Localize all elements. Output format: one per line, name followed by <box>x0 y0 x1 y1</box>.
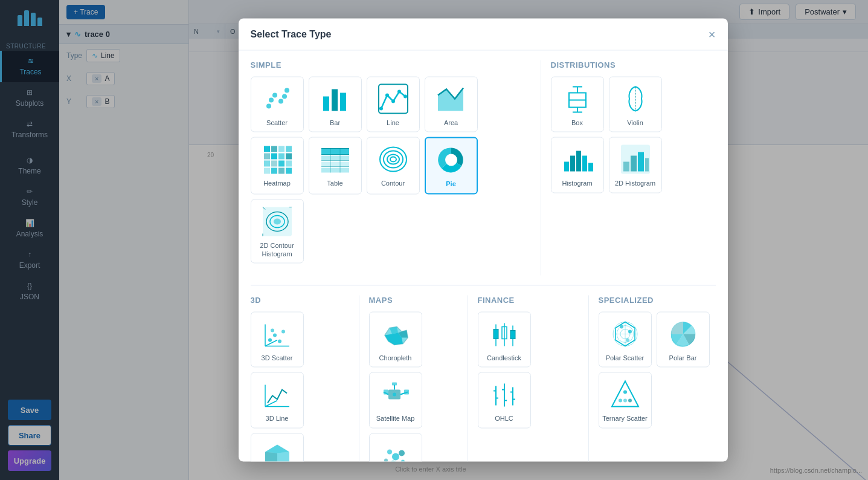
table-label: Table <box>327 179 342 187</box>
line-label: Line <box>387 118 399 127</box>
scatter-icon <box>262 83 293 115</box>
svg-line-92 <box>265 401 277 407</box>
svg-marker-96 <box>277 452 289 461</box>
trace-type-3d-surface[interactable]: 3D Surface <box>251 433 304 461</box>
trace-type-scatter[interactable]: Scatter <box>251 77 304 132</box>
trace-type-pie[interactable]: Pie <box>425 137 478 194</box>
contour-label: Contour <box>381 179 405 187</box>
svg-point-151 <box>619 399 622 403</box>
svg-point-88 <box>281 330 285 334</box>
svg-rect-17 <box>332 89 338 111</box>
heatmap-icon <box>262 144 293 175</box>
svg-rect-38 <box>264 168 270 174</box>
svg-rect-115 <box>384 390 388 395</box>
svg-point-11 <box>272 93 277 98</box>
svg-point-118 <box>392 453 399 460</box>
svg-rect-35 <box>271 161 277 167</box>
modal-close-button[interactable]: × <box>709 28 716 41</box>
svg-rect-80 <box>638 152 644 172</box>
trace-type-ohlc[interactable]: OHLC <box>478 372 531 428</box>
svg-rect-30 <box>264 154 270 160</box>
svg-rect-78 <box>623 162 629 172</box>
area-label: Area <box>444 118 458 127</box>
2d-contour-histogram-icon <box>262 206 293 237</box>
svg-rect-45 <box>321 168 349 173</box>
svg-point-147 <box>626 339 629 342</box>
svg-rect-116 <box>404 390 409 395</box>
line-trace-icon <box>378 83 409 115</box>
trace-type-box[interactable]: Box <box>551 77 604 132</box>
svg-point-53 <box>384 151 403 168</box>
svg-rect-81 <box>645 158 649 172</box>
3d-trace-grid: 3D Scatter 3D Line <box>251 312 349 462</box>
svg-rect-43 <box>321 156 349 161</box>
svg-rect-72 <box>564 162 569 172</box>
simple-section: Simple <box>251 60 529 276</box>
candlestick-icon <box>489 319 520 350</box>
svg-rect-33 <box>286 154 292 160</box>
svg-point-12 <box>278 99 283 104</box>
ohlc-icon <box>489 379 520 410</box>
trace-type-polar-bar[interactable]: Polar Bar <box>657 312 710 368</box>
trace-type-histogram[interactable]: Histogram <box>551 137 604 193</box>
trace-type-satellite-map[interactable]: Satellite Map <box>369 372 422 428</box>
3d-line-icon <box>262 379 293 410</box>
svg-point-22 <box>391 100 395 103</box>
finance-section: Finance <box>468 296 589 462</box>
3d-surface-icon <box>262 439 293 461</box>
violin-icon <box>620 83 651 115</box>
3d-line-label: 3D Line <box>266 414 289 423</box>
svg-rect-42 <box>321 149 349 155</box>
svg-point-24 <box>403 95 407 99</box>
svg-point-54 <box>387 155 399 164</box>
svg-point-20 <box>379 107 383 111</box>
trace-type-violin[interactable]: Violin <box>609 77 662 132</box>
scatter-label: Scatter <box>266 118 288 127</box>
trace-type-atlas-map[interactable]: Atlas Map <box>369 433 422 461</box>
ternary-scatter-icon <box>609 379 641 410</box>
2d-histogram-icon <box>620 144 651 175</box>
3d-scatter-icon <box>262 319 293 350</box>
distributions-section-title: Distributions <box>551 60 716 70</box>
svg-rect-125 <box>493 329 498 339</box>
trace-type-3d-line[interactable]: 3D Line <box>251 372 304 428</box>
ternary-scatter-label: Ternary Scatter <box>602 414 648 423</box>
svg-point-23 <box>397 90 401 94</box>
trace-type-line[interactable]: Line <box>367 77 420 132</box>
heatmap-label: Heatmap <box>263 179 291 187</box>
violin-label: Violin <box>627 118 643 127</box>
trace-type-table[interactable]: Table <box>309 137 362 194</box>
svg-point-89 <box>271 329 274 332</box>
svg-point-55 <box>390 157 396 162</box>
svg-rect-26 <box>264 146 270 152</box>
distributions-trace-grid: Box Violin <box>551 77 716 193</box>
trace-type-contour[interactable]: Contour <box>367 137 420 194</box>
satellite-map-label: Satellite Map <box>376 414 415 423</box>
trace-type-2d-histogram[interactable]: 2D Histogram <box>609 137 662 193</box>
svg-rect-16 <box>323 97 329 111</box>
svg-rect-40 <box>278 168 285 174</box>
select-trace-type-modal: Select Trace Type × Simple <box>239 19 728 462</box>
trace-type-area[interactable]: Area <box>425 77 478 132</box>
trace-type-3d-scatter[interactable]: 3D Scatter <box>251 312 304 368</box>
svg-point-86 <box>273 334 277 337</box>
specialized-section: Specialized <box>589 296 716 462</box>
trace-type-2d-contour-histogram[interactable]: 2D Contour Histogram <box>251 199 304 264</box>
svg-point-122 <box>401 459 405 461</box>
2d-contour-histogram-label: 2D Contour Histogram <box>254 241 300 258</box>
svg-point-57 <box>445 154 457 166</box>
svg-rect-129 <box>510 331 515 339</box>
trace-type-ternary-scatter[interactable]: Ternary Scatter <box>599 372 652 428</box>
trace-type-polar-scatter[interactable]: Polar Scatter <box>599 312 652 368</box>
polar-scatter-icon <box>609 319 641 350</box>
svg-point-61 <box>274 218 281 224</box>
trace-type-choropleth[interactable]: Choropleth <box>369 312 422 368</box>
svg-rect-29 <box>286 146 292 152</box>
bar-icon <box>320 83 351 115</box>
trace-type-candlestick[interactable]: Candlestick <box>478 312 531 368</box>
bottom-sections: 3D <box>251 285 716 462</box>
trace-type-bar[interactable]: Bar <box>309 77 362 132</box>
trace-type-heatmap[interactable]: Heatmap <box>251 137 304 194</box>
histogram-label: Histogram <box>562 179 592 187</box>
distributions-section: Distributions <box>541 60 716 276</box>
